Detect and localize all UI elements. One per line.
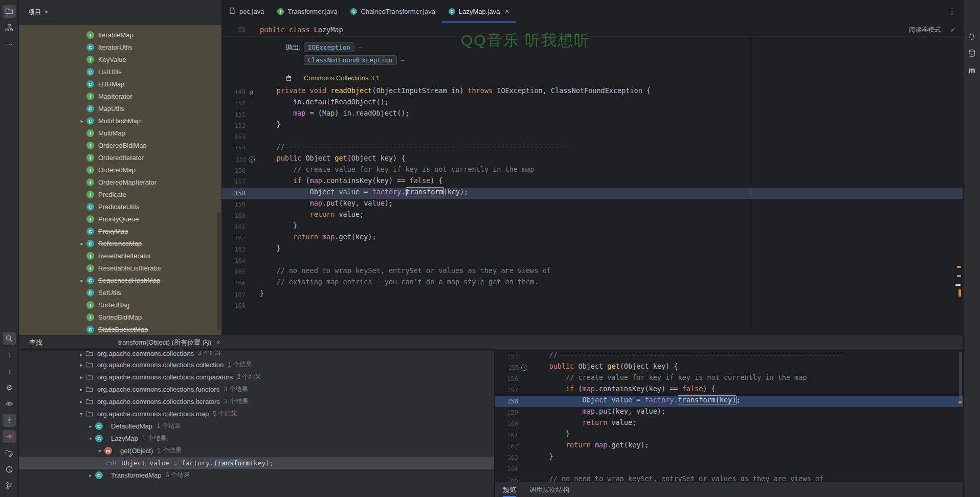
tree-item-multihashmap[interactable]: ▸CMultiHashMap [19, 115, 221, 127]
line-number[interactable]: 162 [230, 235, 246, 242]
line-number[interactable]: 156 [503, 375, 518, 382]
preview-editor[interactable]: 154 //----------------------------------… [495, 350, 963, 482]
edit-scope-icon[interactable] [3, 446, 16, 460]
overriding-method-gutter-icon[interactable]: ↑ [521, 365, 527, 371]
chevron-right-icon[interactable]: ▸ [78, 118, 86, 124]
more-tools-icon[interactable]: ⋯ [3, 37, 16, 51]
chevron-down-icon[interactable]: ▾ [86, 436, 95, 441]
scrollbar-error-stripe[interactable] [957, 275, 961, 277]
eye-icon[interactable] [3, 397, 16, 411]
code-line[interactable]: 168 [222, 300, 963, 311]
tree-item-sortedbidimap[interactable]: ISortedBidiMap [19, 311, 221, 323]
line-number[interactable]: 164 [503, 465, 518, 472]
inspections-ok-icon[interactable]: ✓ [950, 26, 956, 34]
close-icon[interactable]: × [216, 338, 220, 346]
project-panel-header[interactable]: 项目 ▾ [19, 0, 221, 25]
code-line[interactable]: 160 return value; [222, 210, 963, 221]
code-line[interactable]: 150 in.defaultReadObject(); [222, 98, 963, 109]
tree-item-listutils[interactable]: CListUtils [19, 65, 221, 78]
tree-item-orderedmap[interactable]: IOrderedMap [19, 164, 221, 176]
line-number[interactable]: 65 [230, 23, 246, 36]
line-number[interactable]: 149 [230, 88, 246, 96]
tree-item-resettablelistiterator[interactable]: IResettableListIterator [19, 262, 221, 274]
line-number[interactable]: 167 [230, 291, 246, 298]
find-result-row[interactable]: ▸org.apache.commons.collections.iterator… [19, 395, 494, 408]
resume-icon[interactable] [3, 430, 16, 443]
project-folder-icon[interactable] [3, 5, 16, 18]
chevron-right-icon[interactable]: ▸ [78, 241, 86, 246]
line-number[interactable]: 166 [230, 280, 246, 287]
tree-item-priorityqueue[interactable]: IPriorityQueue [19, 213, 221, 225]
step-into-icon[interactable] [3, 414, 16, 427]
code-line[interactable]: 159 map.put(key, value); [495, 407, 963, 418]
code-line[interactable]: 164 [495, 463, 963, 475]
code-line[interactable]: 155↑ public Object get(Object key) { [222, 154, 963, 165]
code-line[interactable]: 158 Object value = factory.transform(key… [222, 188, 963, 199]
editor-tab-lazymap.java[interactable]: CLazyMap.java× [442, 0, 516, 22]
code-line[interactable]: 154 //----------------------------------… [222, 143, 963, 154]
git-branch-icon[interactable] [3, 479, 16, 492]
chevron-right-icon[interactable]: ▸ [77, 352, 85, 357]
code-line[interactable]: 155↑ public Object get(Object key) { [495, 362, 963, 373]
close-icon[interactable]: × [505, 7, 509, 15]
tree-item-sortedbag[interactable]: ISortedBag [19, 299, 221, 311]
scrollbar-caret-stripe[interactable] [955, 284, 961, 286]
more-vertical-icon[interactable]: ⋮ [941, 0, 963, 22]
code-line[interactable]: 162 return map.get(key); [222, 233, 963, 244]
maven-icon[interactable]: m [965, 63, 978, 76]
line-number[interactable]: 163 [503, 454, 518, 461]
tree-item-mapiterator[interactable]: IMapIterator [19, 90, 221, 102]
line-number[interactable]: 162 [503, 443, 518, 450]
scrollbar-error-stripe[interactable] [957, 266, 961, 268]
code-line[interactable]: 160 return value; [495, 418, 963, 430]
line-number[interactable]: 158 [230, 190, 246, 197]
line-number[interactable]: 154 [230, 145, 246, 152]
line-number[interactable]: 157 [230, 178, 246, 186]
preview-footer-tab[interactable]: 调用层次结构 [529, 482, 569, 497]
code-line[interactable]: 165 // no need to wrap keySet, entrySet … [495, 475, 963, 482]
sticky-header-line[interactable]: 65public class LazyMap 阅读器模式 ✓ [222, 23, 963, 37]
line-number[interactable]: 164 [230, 257, 246, 264]
javadoc-gutter-icon[interactable]: @ [248, 88, 255, 96]
find-result-row[interactable]: ▾mget(Object)1 个结果 [19, 444, 494, 457]
tree-item-lrumap[interactable]: CLRUMap [19, 78, 221, 90]
find-result-row[interactable]: ▸org.apache.commons.collections3 个结果 [19, 351, 494, 358]
code-line[interactable]: 162 return map.get(key); [495, 441, 963, 452]
search-icon[interactable] [3, 332, 16, 345]
code-line[interactable]: 158 Object value = factory.transform(key… [495, 396, 963, 407]
chevron-right-icon[interactable]: ▸ [77, 374, 85, 380]
find-result-row[interactable]: ▸org.apache.commons.collections.functors… [19, 383, 494, 395]
line-number[interactable]: 161 [503, 432, 518, 439]
code-line[interactable]: 154 //----------------------------------… [495, 351, 963, 362]
line-number[interactable]: 155 [231, 156, 247, 163]
find-result-row[interactable]: ▸org.apache.commons.collections.comparat… [19, 371, 494, 383]
tree-item-resettableiterator[interactable]: IResettableIterator [19, 250, 221, 262]
javadoc-type-link[interactable]: ClassNotFoundException [304, 55, 397, 65]
tree-item-referencemap[interactable]: ▸CReferenceMap [19, 237, 221, 250]
line-number[interactable]: 159 [503, 409, 518, 416]
arrow-up-icon[interactable]: ↑ [3, 348, 16, 362]
find-result-row[interactable]: ▾CLazyMap1 个结果 [19, 432, 494, 444]
find-result-row[interactable]: ▾org.apache.commons.collections.map5 个结果 [19, 408, 494, 420]
code-line[interactable]: 167} [222, 289, 963, 300]
code-line[interactable]: 151 map = (Map) in.readObject(); [222, 109, 963, 120]
line-number[interactable]: 153 [230, 133, 246, 141]
editor-tab-poc.java[interactable]: poc.java [222, 0, 271, 22]
database-icon[interactable] [965, 47, 978, 60]
tree-item-setutils[interactable]: CSetUtils [19, 286, 221, 299]
chevron-right-icon[interactable]: ▸ [77, 399, 85, 404]
line-number[interactable]: 152 [230, 122, 246, 129]
code-line[interactable]: 166 // existing map entries - you can't … [222, 278, 963, 289]
code-line[interactable]: 156 // create value for key if key is no… [495, 373, 963, 385]
tree-item-staticbucketmap[interactable]: CStaticBucketMap [19, 323, 221, 335]
line-number[interactable]: 155 [504, 364, 519, 371]
chevron-down-icon[interactable]: ▾ [96, 448, 104, 454]
editor-tab-transformer.java[interactable]: ITransformer.java [271, 0, 344, 22]
chevron-right-icon[interactable]: ▸ [86, 423, 95, 429]
tree-item-iterablemap[interactable]: IIterableMap [19, 29, 221, 41]
find-result-row[interactable]: ▸CTransformedMap3 个结果 [19, 469, 494, 481]
code-line[interactable]: 157 if (map.containsKey(key) == false) { [222, 176, 963, 188]
find-result-row[interactable]: ▸CDefaultedMap1 个结果 [19, 420, 494, 432]
line-number[interactable]: 165 [230, 268, 246, 276]
settings-icon[interactable]: ⚙ [3, 381, 16, 394]
